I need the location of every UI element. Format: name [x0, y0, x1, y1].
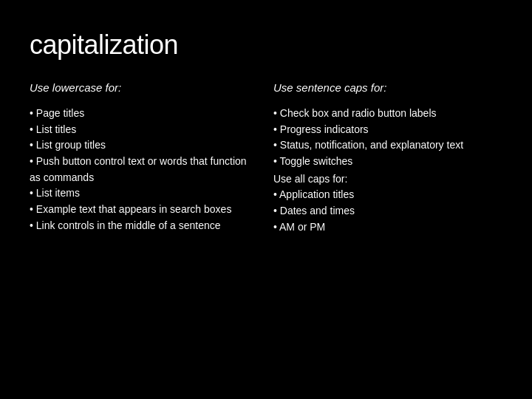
content-grid: Use lowercase for: Page titles List titl… [30, 81, 502, 236]
list-item: List titles [30, 122, 259, 138]
right-column: Use sentence caps for: Check box and rad… [273, 81, 502, 236]
list-item: Application titles [273, 187, 502, 203]
all-caps-list: Application titles Dates and times AM or… [273, 187, 502, 235]
list-item: Toggle switches [273, 154, 502, 170]
list-item: Push button control text or words that f… [30, 154, 259, 185]
list-item: Progress indicators [273, 122, 502, 138]
sentence-caps-list: Check box and radio button labels Progre… [273, 106, 502, 170]
list-item: List items [30, 185, 259, 202]
list-item: Link controls in the middle of a sentenc… [30, 218, 259, 234]
list-item: Check box and radio button labels [273, 106, 502, 122]
list-item: List group titles [30, 137, 259, 154]
list-item: AM or PM [273, 219, 502, 236]
sentence-caps-header: Use sentence caps for: [273, 81, 502, 94]
lowercase-list: Page titles List titles List group title… [30, 106, 259, 234]
left-column: Use lowercase for: Page titles List titl… [30, 81, 259, 236]
list-item: Status, notification, and explanatory te… [273, 137, 502, 154]
list-item: Example text that appears in search boxe… [30, 202, 259, 218]
list-item: Page titles [30, 106, 259, 122]
lowercase-header: Use lowercase for: [30, 81, 259, 94]
list-item: Dates and times [273, 203, 502, 219]
page-title: capitalization [30, 30, 502, 61]
page-container: capitalization Use lowercase for: Page t… [0, 0, 532, 399]
all-caps-label: Use all caps for: [273, 171, 502, 188]
